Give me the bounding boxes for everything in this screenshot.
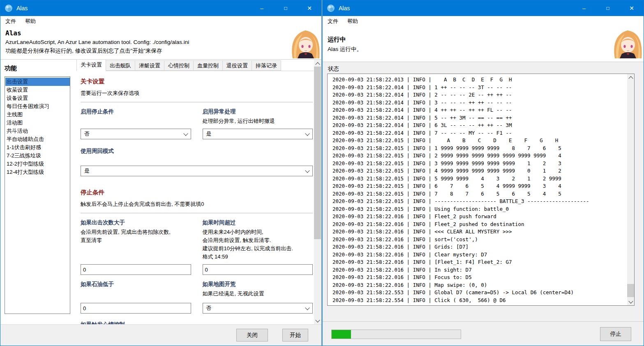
log-line: 2020-09-03 21:58:22.015 | INFO | 1 9999 …: [332, 145, 634, 152]
enable-exception-label: 启用异常处理: [203, 108, 313, 115]
avatar: [290, 28, 321, 58]
sidebar-item-5[interactable]: 活动图: [5, 119, 70, 127]
log-line: 2020-09-03 21:58:22.016 | INFO | Fleet_2…: [332, 213, 634, 221]
window-title: Alas: [16, 5, 28, 12]
sidebar-item-4[interactable]: 主线图: [5, 111, 70, 119]
scroll-thumb[interactable]: [627, 284, 634, 297]
if-map-desc: 如果已经满足, 无视此设置: [203, 290, 313, 298]
scroll-thumb[interactable]: [314, 67, 321, 239]
section-desc-stop: 触发后不会马上停止会先完成当前出击, 不需要就填0: [81, 201, 313, 208]
enable-exception-select[interactable]: 是: [203, 129, 313, 139]
sidebar-item-3[interactable]: 每日任务困难演习: [5, 102, 70, 111]
scroll-down-icon[interactable]: [314, 317, 321, 324]
tab-2[interactable]: 潜艇设置: [135, 60, 164, 71]
chevron-down-icon: [183, 131, 188, 136]
avatar: [612, 28, 643, 58]
sidebar-item-0[interactable]: 出击设置: [5, 78, 70, 86]
header: Alas AzurLaneAutoScript, An Azur Lane au…: [0, 27, 321, 60]
menubar: 文件 帮助: [0, 16, 321, 27]
sidebar-item-10[interactable]: 12-2打中型练级: [5, 160, 70, 168]
log-line: 2020-09-03 21:58:22.554 | INFO | Click (…: [332, 297, 634, 304]
log-line: 2020-09-03 21:58:22.014 | INFO | 6 3L --…: [332, 122, 634, 129]
tab-6[interactable]: 掉落记录: [252, 60, 281, 71]
log-line: 2020-09-03 21:58:22.014 | INFO | 2 -- --…: [332, 91, 634, 99]
menu-file[interactable]: 文件: [328, 18, 338, 25]
window-runner: Alas – □ ✕ 文件 帮助 运行中 Alas 运行中。: [322, 0, 644, 346]
log-line: 2020-09-03 21:58:22.014 | INFO | 7 -- --…: [332, 129, 634, 137]
log-line: 2020-09-03 21:58:22.016 | INFO | sort=('…: [332, 236, 634, 244]
enable-exception-value: 是: [206, 130, 212, 138]
tab-4[interactable]: 血量控制: [194, 60, 223, 71]
tab-0[interactable]: 关卡设置: [76, 59, 106, 71]
chevron-down-icon: [305, 305, 309, 310]
maximize-icon[interactable]: □: [596, 0, 620, 16]
if-map-label: 如果地图开荒: [203, 281, 313, 288]
log-line: 2020-09-03 21:58:22.016 | INFO | Focus t…: [332, 274, 634, 281]
sidebar-item-7[interactable]: 半自动辅助点击: [5, 135, 70, 143]
enable-stop-label: 启用停止条件: [81, 108, 191, 115]
minimize-icon[interactable]: –: [250, 0, 274, 16]
log-line: 2020-09-03 21:58:22.016 | INFO | Clear m…: [332, 251, 634, 259]
log-line: 2020-09-03 21:58:22.015 | INFO | 7 8 7 6…: [332, 190, 634, 198]
enable-exception-desc: 处理部分异常, 运行出错时撤退: [203, 117, 313, 125]
if-emotion-label: 如果触发心情控制: [81, 321, 313, 324]
if-time-input[interactable]: [203, 264, 313, 275]
settings-scrollbar[interactable]: [314, 60, 321, 324]
sidebar-item-1[interactable]: 收菜设置: [5, 86, 70, 94]
loop-mode-select[interactable]: 是: [81, 166, 313, 176]
log-line: 2020-09-03 21:58:22.553 | INFO | Global …: [332, 289, 634, 297]
sidebar-heading: 功能: [0, 60, 76, 72]
log-line: 2020-09-03 21:58:22.016 | INFO | Fleet_2…: [332, 221, 634, 228]
run-bar: 停止: [323, 321, 644, 346]
stop-button[interactable]: 停止: [600, 327, 631, 341]
tab-bar: 关卡设置出击舰队潜艇设置心情控制血量控制退役设置掉落记录: [76, 60, 314, 71]
section-title-stage: 关卡设置: [81, 78, 313, 85]
sidebar-item-11[interactable]: 12-4打大型练级: [5, 168, 70, 176]
titlebar[interactable]: Alas – □ ✕: [323, 0, 644, 16]
enable-stop-select[interactable]: 否: [81, 129, 191, 139]
scroll-down-icon[interactable]: [627, 298, 634, 305]
titlebar[interactable]: Alas – □ ✕: [0, 0, 321, 16]
close-icon[interactable]: ✕: [298, 0, 321, 16]
close-icon[interactable]: ✕: [620, 0, 644, 16]
log-line: 2020-09-03 21:58:22.016 | INFO | In sigh…: [332, 266, 634, 274]
menu-help[interactable]: 帮助: [25, 18, 36, 25]
tab-1[interactable]: 出击舰队: [106, 60, 135, 71]
menu-help[interactable]: 帮助: [347, 18, 358, 25]
if-oil-input[interactable]: [81, 303, 191, 314]
log-line: 2020-09-03 21:58:22.016 | INFO | [Fleet_…: [332, 258, 634, 266]
if-time-label: 如果时间超过: [203, 219, 313, 226]
sidebar-item-6[interactable]: 共斗活动: [5, 127, 70, 135]
sidebar-item-2[interactable]: 设备设置: [5, 94, 70, 102]
sidebar: 功能 出击设置收菜设置设备设置每日任务困难演习主线图活动图共斗活动半自动辅助点击…: [0, 60, 76, 324]
minimize-icon[interactable]: –: [572, 0, 596, 16]
tab-5[interactable]: 退役设置: [223, 60, 252, 71]
log-scrollbar[interactable]: [627, 74, 634, 305]
scroll-up-icon[interactable]: [314, 60, 321, 67]
enable-stop-value: 否: [84, 130, 90, 138]
if-map-select[interactable]: 否: [203, 303, 313, 314]
start-button[interactable]: 开始: [282, 329, 308, 341]
menu-file[interactable]: 文件: [5, 18, 16, 25]
log-line: 2020-09-03 21:58:22.016 | INFO | <<< CLE…: [332, 228, 634, 236]
if-count-input[interactable]: [81, 264, 191, 275]
settings-form: 关卡设置 需要运行一次来保存选项 启用停止条件 否 启用异常处理 处理部分异常,…: [76, 71, 314, 324]
log-line: 2020-09-03 21:58:22.015 | INFO | 6 7 6 5…: [332, 182, 634, 190]
progress-fill: [332, 330, 351, 339]
sidebar-item-9[interactable]: 7-2三战拣垃圾: [5, 152, 70, 160]
function-list[interactable]: 出击设置收菜设置设备设置每日任务困难演习主线图活动图共斗活动半自动辅助点击1-1…: [5, 76, 70, 314]
tab-3[interactable]: 心情控制: [164, 60, 194, 71]
status-label: 状态: [323, 62, 644, 73]
if-time-desc: 使用未来24小时内的时间, 会沿用先前设置, 触发后清零. 建议提前10分钟左右…: [203, 228, 313, 261]
log-line: 2020-09-03 21:58:22.015 | INFO | 2 9999 …: [332, 152, 634, 160]
maximize-icon[interactable]: □: [274, 0, 298, 16]
status-area: 状态 2020-09-03 21:58:22.013 | INFO | A B …: [323, 62, 644, 321]
log-line: 2020-09-03 21:58:22.016 | INFO | Map swi…: [332, 281, 634, 289]
app-name: Alas: [5, 29, 321, 37]
scroll-up-icon[interactable]: [627, 74, 634, 81]
sidebar-item-8[interactable]: 1-1伏击刷好感: [5, 143, 70, 152]
chevron-down-icon: [305, 168, 309, 173]
close-button[interactable]: 关闭: [236, 329, 268, 341]
app-note: 功能都是分别保存和运行的, 修改设置后别忘了点击"开始"来保存: [5, 47, 321, 55]
run-status-line: Alas 运行中。: [328, 46, 644, 53]
